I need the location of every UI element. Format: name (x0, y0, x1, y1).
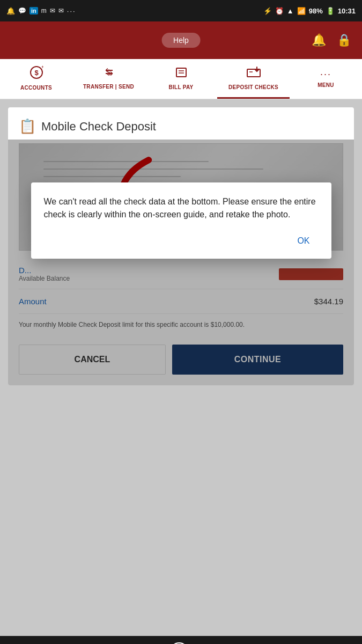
menu-dots-icon: ··· (320, 69, 331, 80)
alarm-icon: ⏰ (275, 7, 284, 15)
main-content: 📋 Mobile Check Deposit (0, 99, 362, 636)
deposit-card: 📋 Mobile Check Deposit (8, 107, 354, 385)
page-title: Mobile Check Deposit (41, 120, 156, 134)
nav-item-billpay[interactable]: BILL PAY (145, 59, 217, 99)
mail2-icon: ✉ (58, 7, 64, 14)
nav-bar: $ + ACCOUNTS ⇆ $ TRANSFER | SEND BILL PA… (0, 59, 362, 99)
bottom-nav: ◀ (0, 636, 362, 644)
signal-icon: 📶 (297, 7, 306, 15)
svg-text:$: $ (34, 69, 39, 77)
dialog-ok-button[interactable]: OK (289, 232, 318, 250)
bluetooth-icon: ⚡ (263, 7, 272, 15)
nav-item-menu[interactable]: ··· MENU (290, 59, 362, 99)
app-bar-icons: 🔔 🔒 (312, 33, 351, 47)
deposit-icon (246, 66, 261, 82)
accounts-label: ACCOUNTS (20, 85, 52, 91)
linkedin-icon: in (29, 7, 38, 14)
app-bar: Help 🔔 🔒 (0, 21, 362, 59)
nav-item-transfer[interactable]: ⇆ $ TRANSFER | SEND (72, 59, 145, 99)
status-left-icons: 🔔 💬 in m ✉ ✉ ··· (6, 7, 76, 15)
help-button[interactable]: Help (161, 33, 201, 48)
time: 10:31 (338, 7, 356, 15)
battery-icon: 🔋 (326, 7, 335, 15)
billpay-icon (175, 66, 188, 82)
error-dialog: We can't read all the check data at the … (31, 182, 331, 259)
more-dots-icon: ··· (67, 7, 76, 15)
battery-percent: 98% (309, 7, 323, 15)
dialog-overlay: We can't read all the check data at the … (8, 140, 354, 385)
transfer-icon: ⇆ $ (101, 67, 116, 82)
wifi-icon: ▲ (287, 7, 294, 15)
menu-label: MENU (317, 82, 334, 88)
deposit-label: DEPOSIT CHECKS (228, 84, 278, 90)
help-button-container[interactable]: Help (161, 33, 201, 48)
dialog-actions: OK (44, 232, 319, 250)
svg-text:$: $ (107, 68, 111, 77)
nav-item-deposit[interactable]: DEPOSIT CHECKS (217, 59, 290, 99)
nav-item-accounts[interactable]: $ + ACCOUNTS (0, 59, 72, 99)
status-bar: 🔔 💬 in m ✉ ✉ ··· ⚡ ⏰ ▲ 📶 98% 🔋 10:31 (0, 0, 362, 21)
billpay-label: BILL PAY (168, 84, 193, 90)
messenger-icon: 💬 (18, 7, 26, 14)
dialog-message: We can't read all the check data at the … (44, 195, 319, 221)
transfer-label: TRANSFER | SEND (83, 84, 134, 90)
svg-text:+: + (41, 65, 43, 70)
notification-icon: 🔔 (6, 7, 15, 15)
accounts-icon: $ + (29, 65, 43, 83)
status-right-icons: ⚡ ⏰ ▲ 📶 98% 🔋 10:31 (263, 7, 356, 15)
mail-icon: ✉ (50, 7, 55, 14)
bell-icon[interactable]: 🔔 (312, 33, 326, 47)
app-icon-m: m (41, 7, 47, 14)
svg-rect-5 (176, 68, 186, 77)
card-title-row: 📋 Mobile Check Deposit (19, 118, 343, 135)
card-title-icon: 📋 (19, 118, 36, 135)
lock-icon[interactable]: 🔒 (337, 33, 351, 47)
